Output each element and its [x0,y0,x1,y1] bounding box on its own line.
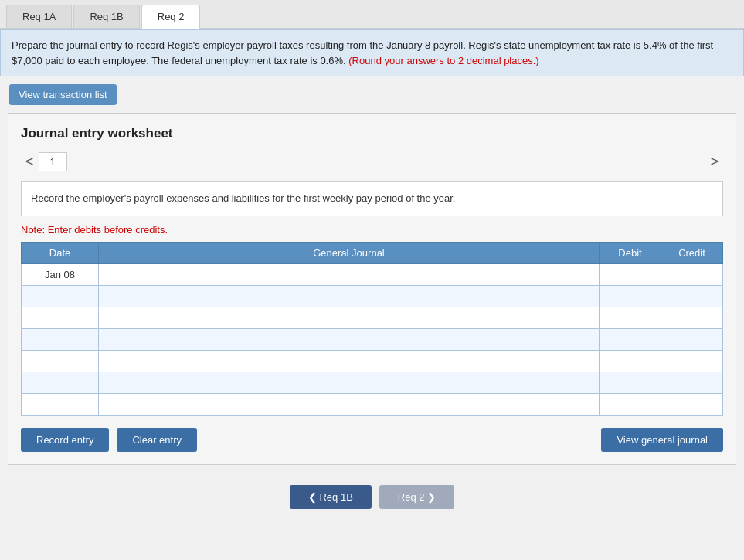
worksheet-container: Journal entry worksheet < 1 > Record the… [8,113,736,465]
record-description: Record the employer's payroll expenses a… [21,181,723,216]
debit-cell[interactable] [600,328,661,350]
date-cell [22,285,99,307]
table-row [22,350,723,372]
credit-input[interactable] [661,329,722,350]
col-header-debit: Debit [600,242,661,263]
journal-input[interactable] [99,264,599,285]
journal-cell[interactable] [99,263,600,285]
worksheet-title: Journal entry worksheet [21,126,723,141]
credit-cell[interactable] [661,285,723,307]
debit-input[interactable] [600,307,661,328]
worksheet-tab-nav: < 1 > [21,152,723,171]
date-cell [22,350,99,372]
debit-input[interactable] [600,264,661,285]
date-cell [22,328,99,350]
info-red-text: (Round your answers to 2 decimal places.… [348,55,538,66]
journal-cell[interactable] [99,393,600,415]
view-transaction-button[interactable]: View transaction list [9,84,117,105]
credit-cell[interactable] [661,393,723,415]
tab-bar: Req 1A Req 1B Req 2 [0,0,744,29]
journal-input[interactable] [99,351,599,372]
date-cell [22,307,99,328]
table-row [22,372,723,393]
credit-input[interactable] [661,264,722,285]
clear-entry-button[interactable]: Clear entry [117,428,197,452]
date-cell: Jan 08 [22,263,99,285]
table-row [22,328,723,350]
credit-input[interactable] [661,351,722,372]
view-general-journal-button[interactable]: View general journal [601,428,723,452]
debit-cell[interactable] [600,285,661,307]
table-row [22,307,723,328]
journal-cell[interactable] [99,328,600,350]
note-text: Note: Enter debits before credits. [21,224,723,236]
action-buttons: Record entry Clear entry View general jo… [21,428,723,452]
debit-input[interactable] [600,329,661,350]
bottom-navigation: ❮ Req 1B Req 2 ❯ [0,473,744,521]
journal-table: Date General Journal Debit Credit Jan 08 [21,242,723,416]
col-header-credit: Credit [661,242,723,263]
credit-input[interactable] [661,286,722,307]
journal-cell[interactable] [99,350,600,372]
date-cell [22,372,99,393]
col-header-date: Date [22,242,99,263]
prev-page-arrow[interactable]: < [21,154,39,170]
current-page: 1 [39,152,67,171]
credit-input[interactable] [661,394,722,415]
journal-input[interactable] [99,394,599,415]
credit-cell[interactable] [661,372,723,393]
credit-cell[interactable] [661,350,723,372]
journal-input[interactable] [99,372,599,393]
debit-input[interactable] [600,394,661,415]
debit-cell[interactable] [600,350,661,372]
journal-cell[interactable] [99,307,600,328]
journal-input[interactable] [99,286,599,307]
debit-input[interactable] [600,351,661,372]
next-page-arrow[interactable]: > [705,154,723,170]
info-box: Prepare the journal entry to record Regi… [0,29,744,76]
record-entry-button[interactable]: Record entry [21,428,109,452]
table-row [22,285,723,307]
debit-cell[interactable] [600,307,661,328]
credit-cell[interactable] [661,328,723,350]
credit-cell[interactable] [661,263,723,285]
tab-req1a[interactable]: Req 1A [6,5,72,28]
credit-input[interactable] [661,372,722,393]
col-header-journal: General Journal [99,242,600,263]
credit-cell[interactable] [661,307,723,328]
tab-req2[interactable]: Req 2 [141,5,201,29]
journal-cell[interactable] [99,285,600,307]
credit-input[interactable] [661,307,722,328]
debit-cell[interactable] [600,263,661,285]
tab-req1b[interactable]: Req 1B [73,5,139,28]
prev-nav-button[interactable]: ❮ Req 1B [290,485,372,509]
journal-input[interactable] [99,307,599,328]
debit-cell[interactable] [600,393,661,415]
table-row: Jan 08 [22,263,723,285]
next-nav-button[interactable]: Req 2 ❯ [379,485,454,509]
journal-input[interactable] [99,329,599,350]
debit-cell[interactable] [600,372,661,393]
debit-input[interactable] [600,286,661,307]
table-row [22,393,723,415]
journal-cell[interactable] [99,372,600,393]
date-cell [22,393,99,415]
debit-input[interactable] [600,372,661,393]
